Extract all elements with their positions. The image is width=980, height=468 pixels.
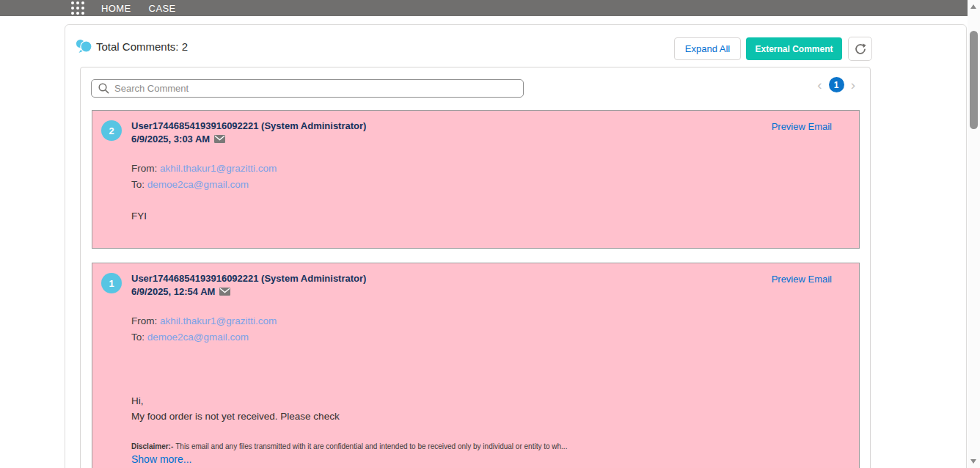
email-to-line: To: demoe2ca@gmail.com [131,179,249,190]
app-launcher-icon[interactable] [71,1,84,15]
refresh-icon [855,43,866,55]
envelope-icon [214,135,225,143]
pagination: ‹ 1 › [817,77,855,92]
scrollbar-thumb[interactable] [970,31,978,129]
external-comment-button[interactable]: External Comment [746,37,842,60]
from-email-link[interactable]: akhil.thakur1@grazitti.com [160,315,277,326]
to-label: To: [131,179,145,190]
comments-widget: Total Comments: 2 Expand All External Co… [65,24,967,468]
comment-timestamp-row: 6/9/2025, 12:54 AM [131,286,230,297]
comment-timestamp: 6/9/2025, 3:03 AM [131,134,210,145]
comment-author: User17446854193916092221 (System Adminis… [131,273,366,284]
comments-panel: ‹ 1 › 2 User17446854193916092221 (System… [80,67,871,468]
search-box [91,79,524,98]
email-from-line: From: akhil.thakur1@grazitti.com [131,163,277,174]
comment-number-badge: 2 [101,120,122,141]
comment-body: Hi, My food order is not yet received. P… [131,393,340,424]
refresh-button[interactable] [848,37,872,61]
to-email-link[interactable]: demoe2ca@gmail.com [147,179,249,190]
search-input[interactable] [91,79,524,98]
comment-card: 1 User17446854193916092221 (System Admin… [92,263,860,468]
comment-timestamp-row: 6/9/2025, 3:03 AM [131,134,225,145]
comment-timestamp: 6/9/2025, 12:54 AM [131,286,215,297]
email-from-line: From: akhil.thakur1@grazitti.com [131,315,277,326]
comment-body-line: Hi, [131,393,340,409]
from-email-link[interactable]: akhil.thakur1@grazitti.com [160,163,277,174]
scroll-up-arrow-icon[interactable] [970,4,976,9]
from-label: From: [131,163,157,174]
comment-number-badge: 1 [101,273,122,293]
nav-tab-case[interactable]: CASE [149,3,176,14]
preview-email-link[interactable]: Preview Email [772,274,832,285]
scroll-down-arrow-icon[interactable] [970,459,976,464]
disclaimer-label: Disclaimer:- [131,442,173,450]
page-number-badge[interactable]: 1 [829,77,844,92]
show-more-link[interactable]: Show more... [131,453,191,465]
chevron-right-icon[interactable]: › [851,77,855,92]
comment-body-line: My food order is not yet received. Pleas… [131,409,340,424]
comment-body: FYI [131,211,147,222]
total-comments-title: Total Comments: 2 [96,40,188,53]
expand-all-button[interactable]: Expand All [674,37,741,60]
email-disclaimer: Disclaimer:-This email and any files tra… [131,442,567,450]
chevron-left-icon[interactable]: ‹ [817,77,822,92]
vertical-scrollbar[interactable] [968,0,980,468]
envelope-icon [219,288,230,296]
comment-card: 2 User17446854193916092221 (System Admin… [92,110,860,249]
from-label: From: [131,315,157,326]
preview-email-link[interactable]: Preview Email [772,121,832,132]
disclaimer-text: This email and any files transmitted wit… [175,442,567,450]
chat-bubbles-icon [76,39,92,56]
to-email-link[interactable]: demoe2ca@gmail.com [147,332,249,343]
app-header: HOME CASE [0,0,968,16]
top-navigation: HOME CASE [101,3,176,14]
email-to-line: To: demoe2ca@gmail.com [131,332,249,343]
to-label: To: [131,332,145,343]
comment-author: User17446854193916092221 (System Adminis… [131,120,366,131]
nav-tab-home[interactable]: HOME [101,3,131,14]
